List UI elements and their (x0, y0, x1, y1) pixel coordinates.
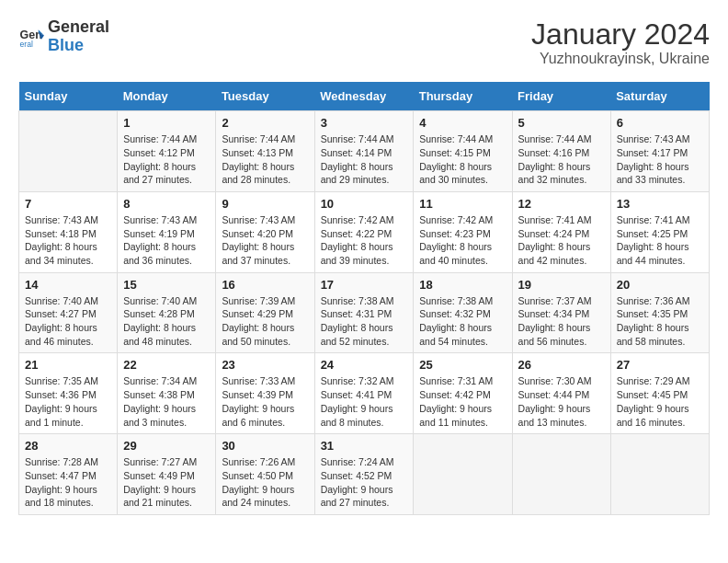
day-number: 22 (123, 358, 210, 372)
day-number: 10 (321, 197, 408, 211)
main-title: January 2024 (531, 18, 710, 51)
calendar-cell (414, 434, 512, 515)
calendar-cell: 29 Sunrise: 7:27 AMSunset: 4:49 PMDaylig… (118, 434, 216, 515)
calendar-cell: 21 Sunrise: 7:35 AMSunset: 4:36 PMDaylig… (19, 353, 118, 434)
calendar-body: 1 Sunrise: 7:44 AMSunset: 4:12 PMDayligh… (19, 111, 710, 515)
calendar-week-row: 14 Sunrise: 7:40 AMSunset: 4:27 PMDaylig… (19, 272, 710, 353)
calendar-cell: 9 Sunrise: 7:43 AMSunset: 4:20 PMDayligh… (216, 191, 314, 272)
day-number: 25 (419, 358, 506, 372)
calendar-cell: 2 Sunrise: 7:44 AMSunset: 4:13 PMDayligh… (216, 111, 314, 192)
day-info: Sunrise: 7:29 AMSunset: 4:45 PMDaylight:… (617, 374, 703, 429)
day-info: Sunrise: 7:31 AMSunset: 4:42 PMDaylight:… (419, 374, 506, 429)
day-info: Sunrise: 7:30 AMSunset: 4:44 PMDaylight:… (518, 374, 605, 429)
day-info: Sunrise: 7:38 AMSunset: 4:31 PMDaylight:… (321, 294, 408, 349)
day-info: Sunrise: 7:44 AMSunset: 4:14 PMDaylight:… (321, 132, 408, 187)
calendar-cell: 11 Sunrise: 7:42 AMSunset: 4:23 PMDaylig… (414, 191, 512, 272)
calendar-cell: 30 Sunrise: 7:26 AMSunset: 4:50 PMDaylig… (216, 434, 314, 515)
calendar-cell: 13 Sunrise: 7:41 AMSunset: 4:25 PMDaylig… (610, 191, 709, 272)
day-number: 29 (123, 439, 210, 453)
calendar-week-row: 7 Sunrise: 7:43 AMSunset: 4:18 PMDayligh… (19, 191, 710, 272)
day-number: 8 (123, 197, 210, 211)
day-number: 1 (123, 116, 210, 130)
calendar-cell: 25 Sunrise: 7:31 AMSunset: 4:42 PMDaylig… (414, 353, 512, 434)
day-info: Sunrise: 7:43 AMSunset: 4:17 PMDaylight:… (617, 132, 703, 187)
day-number: 5 (518, 116, 605, 130)
calendar-cell: 3 Sunrise: 7:44 AMSunset: 4:14 PMDayligh… (314, 111, 414, 192)
day-of-week-header: Thursday (414, 82, 512, 111)
day-number: 9 (222, 197, 308, 211)
day-number: 15 (123, 278, 210, 292)
title-block: January 2024 Yuzhnoukrayinsk, Ukraine (531, 18, 710, 67)
day-info: Sunrise: 7:35 AMSunset: 4:36 PMDaylight:… (25, 374, 111, 429)
day-number: 3 (321, 116, 408, 130)
day-number: 14 (25, 278, 111, 292)
calendar-cell: 26 Sunrise: 7:30 AMSunset: 4:44 PMDaylig… (512, 353, 610, 434)
day-info: Sunrise: 7:42 AMSunset: 4:22 PMDaylight:… (321, 213, 408, 268)
day-number: 23 (222, 358, 308, 372)
day-number: 30 (222, 439, 308, 453)
calendar-cell: 22 Sunrise: 7:34 AMSunset: 4:38 PMDaylig… (118, 353, 216, 434)
calendar-cell: 4 Sunrise: 7:44 AMSunset: 4:15 PMDayligh… (414, 111, 512, 192)
logo-text-blue: Blue (48, 37, 109, 55)
logo-text-general: General (48, 18, 109, 37)
logo-icon: Gen eral (18, 24, 44, 50)
calendar-cell: 6 Sunrise: 7:43 AMSunset: 4:17 PMDayligh… (610, 111, 709, 192)
day-number: 21 (25, 358, 111, 372)
day-info: Sunrise: 7:38 AMSunset: 4:32 PMDaylight:… (419, 294, 506, 349)
calendar-cell: 1 Sunrise: 7:44 AMSunset: 4:12 PMDayligh… (118, 111, 216, 192)
calendar-cell: 10 Sunrise: 7:42 AMSunset: 4:22 PMDaylig… (314, 191, 414, 272)
day-info: Sunrise: 7:36 AMSunset: 4:35 PMDaylight:… (617, 294, 703, 349)
day-number: 16 (222, 278, 308, 292)
calendar-cell: 28 Sunrise: 7:28 AMSunset: 4:47 PMDaylig… (19, 434, 118, 515)
subtitle: Yuzhnoukrayinsk, Ukraine (531, 51, 710, 67)
calendar-cell: 7 Sunrise: 7:43 AMSunset: 4:18 PMDayligh… (19, 191, 118, 272)
calendar-cell: 20 Sunrise: 7:36 AMSunset: 4:35 PMDaylig… (610, 272, 709, 353)
day-info: Sunrise: 7:40 AMSunset: 4:28 PMDaylight:… (123, 294, 210, 349)
day-info: Sunrise: 7:44 AMSunset: 4:12 PMDaylight:… (123, 132, 210, 187)
calendar-cell (512, 434, 610, 515)
day-number: 18 (419, 278, 506, 292)
day-of-week-header: Monday (118, 82, 216, 111)
calendar-cell: 12 Sunrise: 7:41 AMSunset: 4:24 PMDaylig… (512, 191, 610, 272)
day-number: 11 (419, 197, 506, 211)
calendar-week-row: 1 Sunrise: 7:44 AMSunset: 4:12 PMDayligh… (19, 111, 710, 192)
day-number: 12 (518, 197, 605, 211)
day-info: Sunrise: 7:28 AMSunset: 4:47 PMDaylight:… (25, 455, 111, 510)
day-info: Sunrise: 7:24 AMSunset: 4:52 PMDaylight:… (321, 455, 408, 510)
day-of-week-header: Sunday (19, 82, 118, 111)
day-of-week-header: Friday (512, 82, 610, 111)
day-number: 24 (321, 358, 408, 372)
day-of-week-header: Wednesday (314, 82, 414, 111)
day-info: Sunrise: 7:42 AMSunset: 4:23 PMDaylight:… (419, 213, 506, 268)
calendar-cell (610, 434, 709, 515)
day-number: 17 (321, 278, 408, 292)
day-of-week-header: Tuesday (216, 82, 314, 111)
day-info: Sunrise: 7:39 AMSunset: 4:29 PMDaylight:… (222, 294, 308, 349)
day-info: Sunrise: 7:27 AMSunset: 4:49 PMDaylight:… (123, 455, 210, 510)
calendar-cell: 16 Sunrise: 7:39 AMSunset: 4:29 PMDaylig… (216, 272, 314, 353)
day-number: 31 (321, 439, 408, 453)
calendar-table: SundayMondayTuesdayWednesdayThursdayFrid… (18, 82, 710, 515)
day-number: 19 (518, 278, 605, 292)
calendar-week-row: 21 Sunrise: 7:35 AMSunset: 4:36 PMDaylig… (19, 353, 710, 434)
calendar-cell: 17 Sunrise: 7:38 AMSunset: 4:31 PMDaylig… (314, 272, 414, 353)
day-info: Sunrise: 7:43 AMSunset: 4:18 PMDaylight:… (25, 213, 111, 268)
calendar-cell: 18 Sunrise: 7:38 AMSunset: 4:32 PMDaylig… (414, 272, 512, 353)
calendar-cell: 5 Sunrise: 7:44 AMSunset: 4:16 PMDayligh… (512, 111, 610, 192)
day-info: Sunrise: 7:41 AMSunset: 4:25 PMDaylight:… (617, 213, 703, 268)
day-number: 7 (25, 197, 111, 211)
calendar-cell: 19 Sunrise: 7:37 AMSunset: 4:34 PMDaylig… (512, 272, 610, 353)
calendar-cell: 15 Sunrise: 7:40 AMSunset: 4:28 PMDaylig… (118, 272, 216, 353)
day-info: Sunrise: 7:44 AMSunset: 4:15 PMDaylight:… (419, 132, 506, 187)
calendar-cell: 27 Sunrise: 7:29 AMSunset: 4:45 PMDaylig… (610, 353, 709, 434)
day-number: 6 (617, 116, 703, 130)
calendar-cell: 31 Sunrise: 7:24 AMSunset: 4:52 PMDaylig… (314, 434, 414, 515)
day-number: 13 (617, 197, 703, 211)
day-info: Sunrise: 7:33 AMSunset: 4:39 PMDaylight:… (222, 374, 308, 429)
calendar-cell: 8 Sunrise: 7:43 AMSunset: 4:19 PMDayligh… (118, 191, 216, 272)
day-info: Sunrise: 7:40 AMSunset: 4:27 PMDaylight:… (25, 294, 111, 349)
calendar-week-row: 28 Sunrise: 7:28 AMSunset: 4:47 PMDaylig… (19, 434, 710, 515)
day-number: 4 (419, 116, 506, 130)
page-header: Gen eral General Blue January 2024 Yuzhn… (18, 18, 710, 67)
day-info: Sunrise: 7:41 AMSunset: 4:24 PMDaylight:… (518, 213, 605, 268)
